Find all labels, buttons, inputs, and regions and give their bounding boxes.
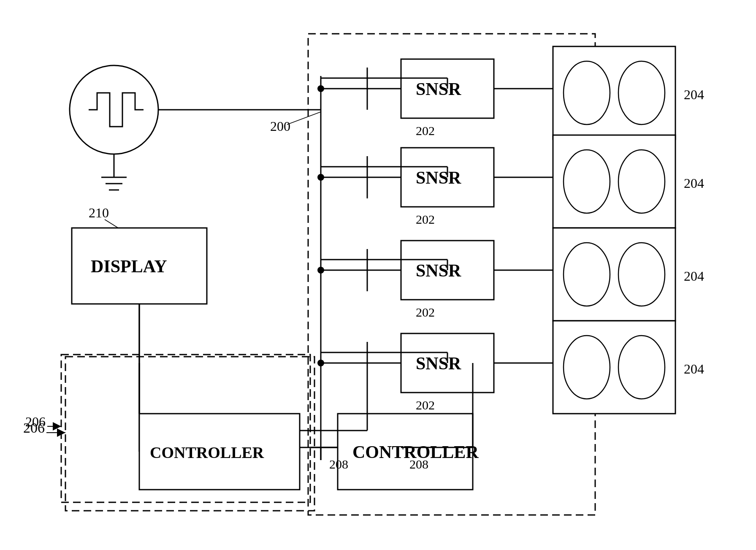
svg-point-42 [618, 243, 665, 306]
circuit-diagram: 200 SNSR 202 SNSR 202 [0, 0, 756, 550]
label-206b: 206 [23, 420, 45, 436]
svg-point-45 [618, 336, 665, 399]
label-204-2: 204 [684, 176, 704, 191]
label-208: 208 [409, 457, 428, 471]
snsr2-label: SNSR [416, 168, 461, 187]
label-210: 210 [89, 205, 109, 220]
snsr3-label: SNSR [416, 261, 461, 280]
svg-point-44 [564, 336, 610, 399]
svg-point-26 [317, 267, 324, 274]
svg-point-20 [317, 174, 324, 181]
diagram-container: 200 SNSR 202 SNSR 202 [0, 0, 756, 550]
svg-point-36 [618, 61, 665, 125]
svg-point-39 [618, 150, 665, 213]
svg-point-38 [564, 150, 610, 213]
display-label: DISPLAY [91, 257, 167, 276]
svg-point-35 [564, 61, 610, 125]
label-202-2: 202 [416, 212, 435, 226]
svg-point-1 [70, 65, 158, 154]
label-204-4: 204 [684, 361, 704, 377]
svg-point-14 [317, 85, 324, 92]
label-202-1: 202 [416, 124, 435, 138]
label-202-4: 202 [416, 398, 435, 412]
snsr1-label: SNSR [416, 79, 461, 99]
svg-point-32 [317, 360, 324, 366]
label-200: 200 [270, 119, 290, 134]
snsr4-label: SNSR [416, 354, 461, 373]
svg-point-41 [564, 243, 610, 306]
label-202-3: 202 [416, 305, 435, 319]
label-204-1: 204 [684, 87, 704, 102]
controller-label2: CONTROLLER [150, 444, 264, 461]
label-204-3: 204 [684, 268, 704, 284]
label-208b: 208 [329, 457, 348, 471]
